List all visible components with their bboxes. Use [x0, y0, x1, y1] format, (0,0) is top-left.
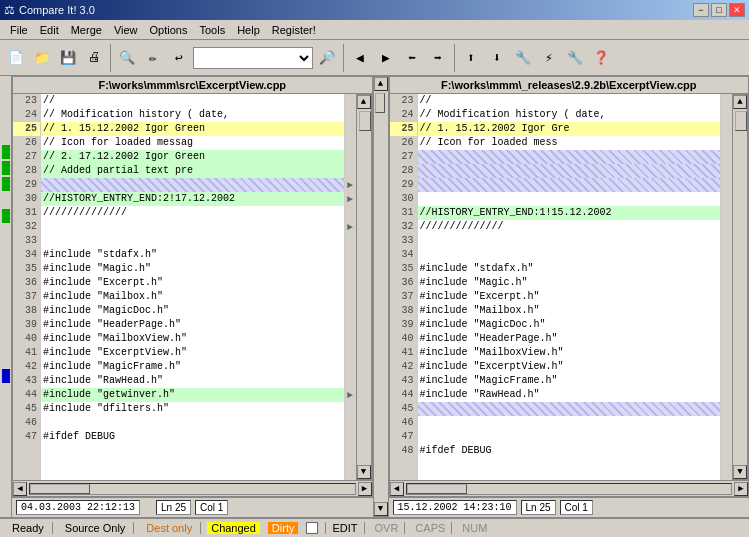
search-button[interactable]: 🔎 — [315, 46, 339, 70]
right-scroll-up[interactable]: ▲ — [733, 95, 747, 109]
right-vscrollbar[interactable]: ▲ ▼ — [732, 94, 748, 480]
left-scroll-down[interactable]: ▼ — [357, 465, 371, 479]
chg-ind — [345, 206, 356, 220]
print-button[interactable]: 🖨 — [82, 46, 106, 70]
copy-left-button[interactable]: ⬅ — [400, 46, 424, 70]
left-hscroll-left[interactable]: ◀ — [13, 482, 27, 496]
ind-7 — [2, 193, 10, 207]
right-hscroll-thumb[interactable] — [407, 484, 467, 494]
info-button[interactable]: 🔧 — [563, 46, 587, 70]
chg-ind — [721, 388, 732, 402]
left-diff-panel: F:\works\mmm\src\ExcerptView.cpp 2324252… — [12, 76, 373, 497]
right-hscroll-right[interactable]: ▶ — [734, 482, 748, 496]
undo-button[interactable]: ↩ — [167, 46, 191, 70]
code-line: // Modification history ( date, — [41, 108, 344, 122]
content-area: F:\works\mmm\src\ExcerptView.cpp 2324252… — [0, 76, 749, 517]
chg-ind — [345, 430, 356, 444]
dirty-label: Dirty — [268, 522, 299, 534]
center-scroll-track[interactable] — [375, 91, 387, 502]
chg-ind — [721, 416, 732, 430]
ind-17 — [2, 353, 10, 367]
merge-down-button[interactable]: ⬇ — [485, 46, 509, 70]
code-line: // Icon for loaded mess — [418, 136, 721, 150]
code-line: // — [41, 94, 344, 108]
menu-file[interactable]: File — [4, 22, 34, 38]
code-line: #ifdef DEBUG — [418, 444, 721, 458]
prev-diff-button[interactable]: ◀ — [348, 46, 372, 70]
center-scroll-down[interactable]: ▼ — [374, 502, 388, 516]
left-vscrollbar[interactable]: ▲ ▼ — [356, 94, 372, 480]
right-hscrollbar[interactable]: ◀ ▶ — [390, 480, 749, 496]
new-button[interactable]: 📄 — [4, 46, 28, 70]
titlebar: ⚖ Compare It! 3.0 − □ ✕ — [0, 0, 749, 20]
filter-button[interactable]: 🔧 — [511, 46, 535, 70]
num-label: NUM — [456, 522, 493, 534]
right-hscroll-left[interactable]: ◀ — [390, 482, 404, 496]
menu-tools[interactable]: Tools — [193, 22, 231, 38]
find-button[interactable]: 🔍 — [115, 46, 139, 70]
chg-ind — [721, 374, 732, 388]
menu-options[interactable]: Options — [144, 22, 194, 38]
right-ln: Ln 25 — [521, 500, 556, 515]
code-line: // — [418, 94, 721, 108]
menu-help[interactable]: Help — [231, 22, 266, 38]
right-panel-wrapper: F:\works\mmm\_releases\2.9.2b\ExcerptVie… — [389, 76, 750, 517]
left-change-indicators: ►►►► — [344, 94, 356, 480]
help-button[interactable]: ❓ — [589, 46, 613, 70]
view-dropdown[interactable] — [193, 47, 313, 69]
next-diff-button[interactable]: ▶ — [374, 46, 398, 70]
edit-button[interactable]: ✏ — [141, 46, 165, 70]
left-scroll-track[interactable] — [357, 109, 371, 465]
ind-4 — [2, 145, 10, 159]
chg-ind — [721, 360, 732, 374]
center-scroll-up[interactable]: ▲ — [374, 77, 388, 91]
close-button[interactable]: ✕ — [729, 3, 745, 17]
center-scrollbar[interactable]: ▲ ▼ — [373, 76, 389, 517]
code-line: // 2. 17.12.2002 Igor Green — [41, 150, 344, 164]
code-line: #include "HeaderPage.h" — [418, 332, 721, 346]
code-line: #include "RawHead.h" — [418, 388, 721, 402]
left-line-numbers: 2324252627282930313233343536373839404142… — [13, 94, 41, 480]
dirty-checkbox[interactable] — [306, 522, 319, 534]
chg-ind — [721, 164, 732, 178]
minimize-button[interactable]: − — [693, 3, 709, 17]
code-line: #include "stdafx.h" — [41, 248, 344, 262]
chg-ind — [345, 416, 356, 430]
merge-up-button[interactable]: ⬆ — [459, 46, 483, 70]
right-hscroll-track[interactable] — [406, 483, 733, 495]
chg-ind — [721, 402, 732, 416]
copy-right-button[interactable]: ➡ — [426, 46, 450, 70]
menu-edit[interactable]: Edit — [34, 22, 65, 38]
panels-row: F:\works\mmm\src\ExcerptView.cpp 2324252… — [12, 76, 749, 517]
right-scroll-track[interactable] — [733, 109, 747, 465]
left-hscroll-right[interactable]: ▶ — [358, 482, 372, 496]
save-button[interactable]: 💾 — [56, 46, 80, 70]
menu-register[interactable]: Register! — [266, 22, 322, 38]
left-hscroll-thumb[interactable] — [30, 484, 90, 494]
titlebar-controls: − □ ✕ — [693, 3, 745, 17]
code-line — [418, 164, 721, 178]
right-scroll-thumb[interactable] — [735, 111, 747, 131]
code-line: ////////////// — [418, 220, 721, 234]
sync-button[interactable]: ⚡ — [537, 46, 561, 70]
chg-ind — [345, 122, 356, 136]
left-code-lines: //// Modification history ( date,// 1. 1… — [41, 94, 344, 480]
left-hscrollbar[interactable]: ◀ ▶ — [13, 480, 372, 496]
left-scroll-thumb[interactable] — [359, 111, 371, 131]
code-line: ////////////// — [41, 206, 344, 220]
left-hscroll-track[interactable] — [29, 483, 356, 495]
app-title: Compare It! 3.0 — [19, 4, 95, 16]
code-line: #include "MagicDoc.h" — [41, 304, 344, 318]
center-scroll-thumb[interactable] — [375, 93, 385, 113]
left-panel-content[interactable]: 2324252627282930313233343536373839404142… — [13, 94, 372, 480]
right-panel-content[interactable]: 2324252627282930313233343536373839404142… — [390, 94, 749, 480]
chg-ind — [345, 374, 356, 388]
menu-merge[interactable]: Merge — [65, 22, 108, 38]
right-scroll-down[interactable]: ▼ — [733, 465, 747, 479]
dirty-check-box[interactable] — [306, 522, 318, 534]
left-scroll-up[interactable]: ▲ — [357, 95, 371, 109]
maximize-button[interactable]: □ — [711, 3, 727, 17]
code-line: #include "getwinver.h" — [41, 388, 344, 402]
open-button[interactable]: 📁 — [30, 46, 54, 70]
menu-view[interactable]: View — [108, 22, 144, 38]
